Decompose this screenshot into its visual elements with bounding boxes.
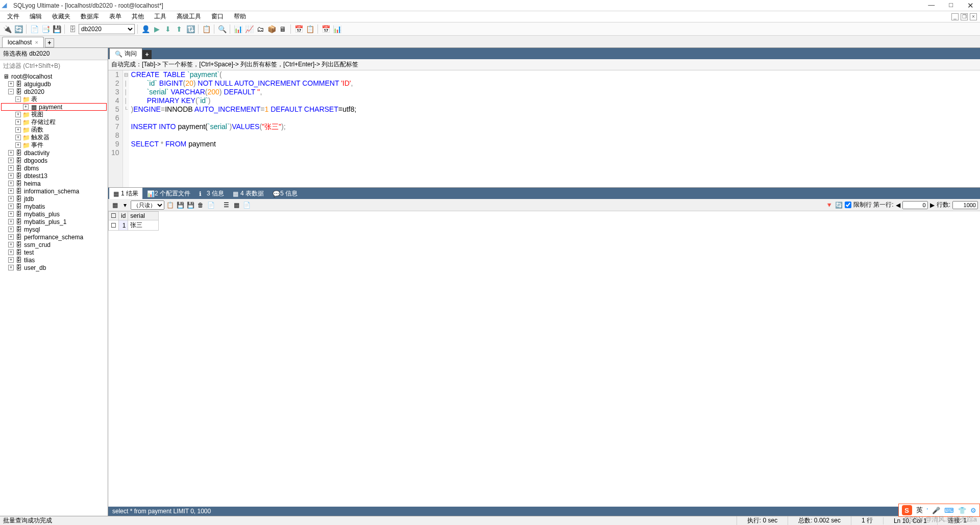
tb-icon-8[interactable]: 🗂 <box>255 24 265 34</box>
tb-icon-7[interactable]: 📈 <box>244 24 254 34</box>
maximize-button[interactable]: □ <box>949 1 953 10</box>
tree-db[interactable]: +🗄test <box>1 248 107 256</box>
tree-db[interactable]: +🗄dbgoods <box>1 157 107 164</box>
tree-db[interactable]: +🗄dbtest13 <box>1 172 107 180</box>
tools-icon[interactable]: ⚙ <box>970 507 976 514</box>
tree-db[interactable]: +🗄ssm_crud <box>1 241 107 248</box>
new-query-icon[interactable]: 📄 <box>29 24 39 34</box>
col-header-id[interactable]: id <box>119 212 128 220</box>
rt-view-2[interactable]: ▦ <box>232 201 241 210</box>
tree-db[interactable]: +🗄performance_schema <box>1 233 107 241</box>
cell-serial[interactable]: 张三 <box>128 220 159 231</box>
tree-db[interactable]: +🗄dbactivity <box>1 149 107 157</box>
mdi-restore[interactable]: ❐ <box>961 13 968 20</box>
result-tab-3[interactable]: ℹ3 信息 <box>195 188 228 199</box>
cell-id[interactable]: 1 <box>119 220 128 231</box>
limit-checkbox[interactable] <box>845 202 851 208</box>
rt-view-1[interactable]: ☰ <box>222 201 231 210</box>
user-icon[interactable]: 👤 <box>140 24 151 34</box>
keyboard-icon[interactable]: ⌨ <box>944 507 954 514</box>
tree-db[interactable]: +🗄mybatis_plus_1 <box>1 218 107 226</box>
rt-icon-2[interactable]: 📋 <box>165 201 175 210</box>
save-icon[interactable]: 💾 <box>52 24 62 34</box>
menu-database[interactable]: 数据库 <box>76 11 104 22</box>
status-bar: 批量查询成功完成 执行: 0 sec 总数: 0.002 sec 1 行 Ln … <box>0 516 980 525</box>
rt-icon-3[interactable]: 💾 <box>176 201 185 210</box>
row-count-input[interactable] <box>952 201 978 209</box>
menu-file[interactable]: 文件 <box>2 11 24 22</box>
tb-icon-10[interactable]: 🖥 <box>278 24 288 34</box>
ime-lang[interactable]: 英 <box>916 506 923 515</box>
close-tab-icon[interactable]: × <box>35 39 38 45</box>
menu-tools[interactable]: 工具 <box>149 11 172 22</box>
add-connection-button[interactable]: + <box>45 38 54 47</box>
mic-icon[interactable]: 🎤 <box>932 507 940 514</box>
tree-db[interactable]: +🗄heima <box>1 180 107 187</box>
exec-icon[interactable]: ▶ <box>152 24 162 34</box>
rt-icon-4[interactable]: 💾 <box>186 201 195 210</box>
tb-icon-13[interactable]: 📅 <box>321 24 331 34</box>
menu-window[interactable]: 窗口 <box>206 11 229 22</box>
rt-icon-1[interactable]: ▦ <box>110 201 119 210</box>
first-next-icon[interactable]: ▶ <box>930 202 935 209</box>
select-all-checkbox[interactable]: ☐ <box>109 212 119 220</box>
rt-view-3[interactable]: 📄 <box>242 201 251 210</box>
tb-icon-11[interactable]: 📅 <box>293 24 304 34</box>
tree-db[interactable]: +🗄dbms <box>1 164 107 172</box>
rt-dropdown-1[interactable]: ▾ <box>120 201 130 210</box>
query-tab-active[interactable]: 🔍 询问 <box>109 48 142 59</box>
minimize-button[interactable]: — <box>928 1 935 10</box>
tree-db[interactable]: +🗄mysql <box>1 226 107 233</box>
grid-row[interactable]: ☐ 1 张三 <box>109 220 159 231</box>
add-query-tab[interactable]: + <box>142 50 152 59</box>
tree-db[interactable]: +🗄user_db <box>1 264 107 271</box>
refresh-icon[interactable]: 🔄 <box>835 202 843 209</box>
tree-db[interactable]: +🗄tlias <box>1 256 107 264</box>
skin-icon[interactable]: 👕 <box>958 507 966 514</box>
run-icon[interactable]: 📑 <box>40 24 51 34</box>
tb-icon-14[interactable]: 📊 <box>332 24 342 34</box>
first-row-input[interactable] <box>902 201 928 209</box>
database-select[interactable]: db2020 <box>79 24 135 34</box>
menu-favorites[interactable]: 收藏夹 <box>47 11 76 22</box>
tree-db[interactable]: +🗄mybatis_plus <box>1 210 107 218</box>
rt-icon-6[interactable]: 📄 <box>206 201 215 210</box>
new-conn-icon[interactable]: 🔌 <box>2 24 12 34</box>
menu-edit[interactable]: 编辑 <box>24 11 47 22</box>
tb-icon-9[interactable]: 📦 <box>266 24 277 34</box>
col-header-serial[interactable]: serial <box>128 212 159 220</box>
tree-db[interactable]: +🗄jtdb <box>1 195 107 203</box>
menu-table[interactable]: 表单 <box>104 11 127 22</box>
menu-advanced[interactable]: 高级工具 <box>172 11 206 22</box>
schema-tree[interactable]: 🖥root@localhost +🗄atguigudb −🗄db2020 −📁表… <box>0 71 108 516</box>
tree-db[interactable]: +🗄information_schema <box>1 187 107 195</box>
result-tab-5[interactable]: 💬5 信息 <box>268 188 302 199</box>
tb-icon-2[interactable]: ⬆ <box>174 24 184 34</box>
tb-icon-1[interactable]: ⬇ <box>163 24 173 34</box>
filter-input[interactable] <box>1 61 107 70</box>
first-prev-icon[interactable]: ◀ <box>896 202 900 209</box>
result-grid[interactable]: ☐ id serial ☐ 1 张三 <box>108 211 980 507</box>
menu-help[interactable]: 帮助 <box>229 11 251 22</box>
mdi-minimize[interactable]: _ <box>951 13 959 20</box>
mdi-close[interactable]: × <box>970 13 977 20</box>
close-button[interactable]: ✕ <box>967 1 974 10</box>
code-area[interactable]: CREATE TABLE `payment`( `id` BIGINT(20) … <box>129 70 980 187</box>
result-tab-1[interactable]: ▦1 结果 <box>109 188 142 199</box>
result-tab-2[interactable]: 📊2 个配置文件 <box>143 188 194 199</box>
result-tab-4[interactable]: ▦4 表数据 <box>229 188 268 199</box>
refresh-icon[interactable]: 🔄 <box>13 24 23 34</box>
tb-icon-12[interactable]: 📋 <box>305 24 315 34</box>
tb-icon-6[interactable]: 📊 <box>233 24 243 34</box>
tree-db[interactable]: +🗄mybatis <box>1 203 107 210</box>
readonly-select[interactable]: （只读） <box>131 201 164 210</box>
row-checkbox[interactable]: ☐ <box>109 220 119 231</box>
connection-tab-localhost[interactable]: localhost × <box>2 37 44 47</box>
rt-icon-5[interactable]: 🗑 <box>196 201 205 210</box>
tb-icon-5[interactable]: 🔍 <box>217 24 227 34</box>
menu-other[interactable]: 其他 <box>127 11 149 22</box>
tb-icon-4[interactable]: 📋 <box>201 24 211 34</box>
filter-icon[interactable]: 🔻 <box>825 202 833 209</box>
tb-icon-3[interactable]: 🔃 <box>185 24 195 34</box>
sql-editor[interactable]: 12345678910 ⊟│││└ CREATE TABLE `payment`… <box>108 70 980 188</box>
